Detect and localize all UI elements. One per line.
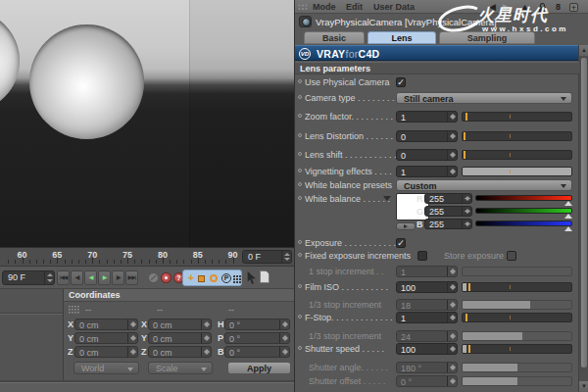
- current-frame-field[interactable]: 0 F: [242, 250, 292, 264]
- value-spinner[interactable]: [127, 319, 137, 329]
- coordinate-space-dropdown[interactable]: World: [74, 362, 139, 374]
- f-stop-field[interactable]: 1: [396, 312, 458, 323]
- scroll-down-icon[interactable]: ▼: [579, 381, 588, 392]
- use-physical-camera-checkbox[interactable]: ✓: [396, 77, 406, 87]
- one-third-stop-increment-fstop-slider[interactable]: [462, 331, 572, 341]
- white-balance-presets-dropdown[interactable]: Custom: [396, 179, 572, 191]
- scrollbar-thumb[interactable]: [580, 57, 588, 368]
- tab-lens-parameters[interactable]: Lens parameters: [368, 31, 436, 44]
- one-third-stop-increment-iso-slider[interactable]: [462, 300, 572, 310]
- channel-r-field[interactable]: 255: [424, 193, 472, 204]
- value-spinner[interactable]: [201, 347, 211, 357]
- value-spinner[interactable]: [279, 333, 289, 343]
- value-spinner[interactable]: [447, 376, 457, 386]
- value-spinner[interactable]: [279, 319, 289, 329]
- shutter-angle-field[interactable]: 180 °: [396, 362, 458, 373]
- channel-g-field[interactable]: 255: [424, 206, 472, 217]
- lens-distortion-field[interactable]: 0: [396, 130, 458, 142]
- record-pla-toggle[interactable]: [233, 275, 243, 285]
- value-spinner[interactable]: [462, 220, 471, 228]
- scroll-up-icon[interactable]: ▲: [579, 45, 588, 56]
- scrollbar[interactable]: ▲ ▼: [578, 45, 588, 392]
- forward-arrow-icon[interactable]: ▶: [503, 3, 510, 12]
- slider-handle[interactable]: [464, 151, 466, 159]
- tab-basic[interactable]: Basic: [304, 31, 365, 44]
- slider-handle[interactable]: [466, 113, 467, 121]
- prev-frame-button[interactable]: ◀|: [71, 270, 83, 285]
- value-spinner[interactable]: [201, 319, 211, 329]
- one-third-stop-increment-iso-field[interactable]: 18: [396, 299, 458, 311]
- value-spinner[interactable]: [447, 282, 457, 292]
- up-arrow-icon[interactable]: ▲: [520, 3, 529, 12]
- shutter-angle-slider[interactable]: [462, 363, 572, 372]
- goto-start-button[interactable]: |◀◀: [57, 270, 70, 285]
- tab-sampling[interactable]: Sampling: [439, 31, 535, 44]
- channel-b-field[interactable]: 255: [424, 219, 472, 229]
- coordinate-field[interactable]: 0 °: [224, 318, 290, 330]
- render-viewport[interactable]: [0, 0, 294, 248]
- film-iso-field[interactable]: 100: [396, 281, 458, 293]
- back-arrow-icon[interactable]: ◀: [489, 3, 496, 12]
- value-spinner[interactable]: [279, 347, 289, 357]
- coordinate-field[interactable]: 0 cm: [74, 318, 138, 330]
- shutter-offset-slider[interactable]: [462, 376, 572, 386]
- value-spinner[interactable]: [447, 363, 457, 372]
- value-spinner[interactable]: [462, 207, 471, 216]
- coordinate-field[interactable]: 0 °: [224, 332, 290, 344]
- one-third-stop-increment-fstop-field[interactable]: 24: [396, 330, 458, 342]
- white-balance-expander-icon[interactable]: [383, 196, 391, 201]
- play-backward-button[interactable]: ◀: [84, 270, 97, 285]
- document-icon[interactable]: [260, 270, 270, 283]
- menu-edit[interactable]: Edit: [346, 2, 363, 12]
- value-spinner[interactable]: [201, 333, 211, 343]
- lens-shift-slider[interactable]: [462, 150, 572, 160]
- value-spinner[interactable]: [447, 167, 457, 176]
- channel-gradient-slider[interactable]: [475, 208, 572, 214]
- play-forward-button[interactable]: ▶: [98, 270, 111, 285]
- next-frame-button[interactable]: |▶: [112, 270, 124, 285]
- f-stop-slider[interactable]: [462, 313, 572, 322]
- one-stop-increment-slider[interactable]: [462, 267, 572, 276]
- sphere-object-left[interactable]: [0, 10, 20, 112]
- shutter-offset-field[interactable]: 0 °: [396, 375, 458, 387]
- current-frame-spinner[interactable]: [281, 251, 291, 263]
- end-frame-spinner[interactable]: [44, 271, 54, 284]
- value-spinner[interactable]: [447, 112, 457, 122]
- record-disabled-button[interactable]: [148, 272, 159, 283]
- value-spinner[interactable]: [447, 267, 457, 276]
- shutter-speed-field[interactable]: 100: [396, 343, 458, 355]
- record-rotation-toggle[interactable]: [210, 274, 218, 282]
- menu-mode[interactable]: Mode: [313, 2, 336, 12]
- slider-handle[interactable]: [468, 345, 470, 353]
- drag-handle-icon[interactable]: [298, 4, 308, 11]
- coordinate-field[interactable]: 0 cm: [74, 332, 138, 344]
- channel-gradient-slider[interactable]: [475, 220, 572, 226]
- slider-handle[interactable]: [464, 132, 466, 140]
- value-spinner[interactable]: [447, 344, 457, 354]
- autokey-record-button[interactable]: [161, 272, 172, 283]
- coordinate-mode-dropdown[interactable]: Scale: [148, 362, 213, 374]
- gradient-handle[interactable]: [564, 226, 572, 231]
- value-spinner[interactable]: [447, 131, 457, 141]
- lens-distortion-slider[interactable]: [462, 131, 572, 141]
- slider-handle[interactable]: [468, 283, 470, 291]
- sphere-object-main[interactable]: [29, 24, 144, 139]
- zoom-factor-slider[interactable]: [462, 112, 572, 122]
- timeline-ruler[interactable]: 60657075808590 0 F: [0, 248, 294, 267]
- coordinate-field[interactable]: 0 cm: [148, 318, 212, 330]
- value-spinner[interactable]: [462, 194, 471, 203]
- slider-handle[interactable]: [466, 314, 467, 321]
- menu-user-data[interactable]: User Data: [373, 2, 415, 12]
- shutter-speed-slider[interactable]: [462, 344, 572, 354]
- history-icon[interactable]: 8: [556, 3, 561, 12]
- lens-shift-field[interactable]: 0: [396, 149, 458, 161]
- exposure-checkbox[interactable]: ✓: [396, 238, 406, 248]
- value-spinner[interactable]: [447, 313, 457, 322]
- coordinate-field[interactable]: 0 °: [224, 346, 290, 358]
- film-iso-slider[interactable]: [462, 282, 572, 292]
- end-frame-field[interactable]: 90 F: [2, 270, 55, 285]
- lock-icon[interactable]: [538, 3, 547, 13]
- record-parameter-toggle[interactable]: P: [221, 273, 231, 283]
- value-spinner[interactable]: [447, 331, 457, 341]
- value-spinner[interactable]: [127, 333, 137, 343]
